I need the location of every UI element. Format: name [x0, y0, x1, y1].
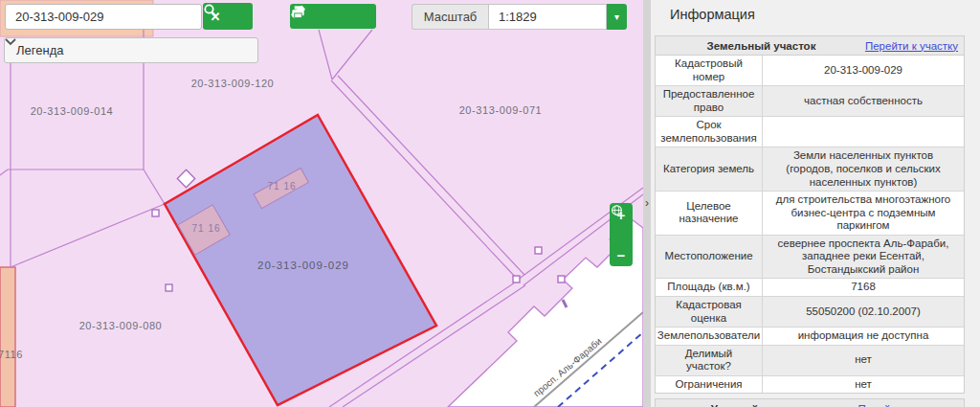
map-toolbar: [290, 4, 376, 29]
info-table: Земельный участокПерейти к участкуКадаст…: [655, 35, 965, 407]
section-title: Учетный квартал: [661, 403, 854, 407]
section-title: Земельный участок: [661, 40, 861, 52]
info-row: Категория земельЗемли населенных пунктов…: [656, 147, 964, 192]
section-link[interactable]: Перейти к участку: [865, 40, 958, 52]
row-value: Земли населенных пунктов (городов, посел…: [763, 147, 964, 191]
row-value: для строительства многоэтажного бизнес-ц…: [763, 192, 964, 235]
row-label: Срок землепользования: [656, 117, 763, 147]
map-zoom-control: + −: [610, 203, 633, 266]
row-value: 20-313-009-029: [763, 56, 964, 85]
info-section: Земельный участокПерейти к участкуКадаст…: [655, 35, 965, 394]
printer-icon: [290, 4, 306, 20]
zoom-out-button[interactable]: −: [610, 246, 633, 263]
info-row: Кадастровый номер20-313-009-029: [656, 56, 964, 86]
search-button[interactable]: [228, 3, 253, 30]
cadastral-map-app: 20-313-009-014 20-313-009-120 20-313-009…: [0, 0, 980, 407]
parcel-salmon-leftstrip[interactable]: [0, 267, 15, 407]
row-value: [763, 117, 964, 147]
info-section: Учетный кварталПерейти к кварталуНаимено…: [655, 398, 965, 407]
row-value: нет: [763, 376, 964, 394]
search-button-group: ✕: [203, 3, 253, 30]
panel-collapse-handle[interactable]: ›: [643, 0, 651, 407]
legend-dropdown[interactable]: Легенда: [4, 37, 258, 63]
row-value: 7168: [763, 279, 964, 296]
caret-down-icon: ▾: [614, 11, 619, 22]
row-value: информация не доступна: [763, 328, 964, 345]
section-link[interactable]: Перейти к кварталу: [858, 403, 958, 407]
row-value: 55050200 (02.10.2007): [763, 297, 964, 327]
info-row: Кадастровая оценка55050200 (02.10.2007): [656, 297, 964, 328]
chevron-right-icon: ›: [643, 196, 651, 210]
info-row: Ограничениянет: [656, 376, 964, 394]
info-row: Делимый участок?нет: [656, 346, 964, 376]
map-canvas[interactable]: 20-313-009-014 20-313-009-120 20-313-009…: [0, 0, 643, 407]
info-row: Землепользователиинформация не доступна: [656, 328, 964, 346]
search-icon: [203, 3, 218, 18]
info-row: Площадь (кв.м.)7168: [656, 279, 964, 297]
globe-icon: [610, 203, 624, 217]
scale-dropdown-button[interactable]: ▾: [607, 4, 627, 30]
scale-control: Масштаб 1:1829 ▾: [412, 4, 627, 30]
section-header: Учетный кварталПерейти к кварталу: [656, 399, 964, 407]
row-label: Кадастровый номер: [656, 56, 763, 85]
chevron-down-icon: [5, 38, 16, 46]
info-row: Местоположениесевернее проспекта Аль-Фар…: [656, 236, 964, 280]
info-row: Целевое назначениедля строительства мног…: [656, 192, 964, 236]
info-row: Срок землепользования: [656, 117, 964, 147]
row-label: Землепользователи: [656, 328, 763, 345]
row-label: Делимый участок?: [656, 346, 763, 375]
search-input[interactable]: [5, 4, 202, 30]
legend-label: Легенда: [16, 43, 63, 57]
panel-title: Информация: [670, 7, 755, 22]
row-label: Предоставленное право: [656, 86, 763, 116]
scale-label: Масштаб: [412, 4, 488, 30]
draw-button[interactable]: [321, 4, 345, 29]
row-value: севернее проспекта Аль-Фараби, западнее …: [763, 236, 964, 279]
info-row: Предоставленное правочастная собственнос…: [656, 86, 964, 117]
row-label: Целевое назначение: [656, 192, 763, 235]
row-label: Кадастровая оценка: [656, 297, 763, 327]
row-value: нет: [763, 346, 964, 375]
globe-button[interactable]: [610, 226, 633, 243]
scale-value[interactable]: 1:1829: [488, 4, 607, 30]
info-panel: Информация Земельный участокПерейти к уч…: [651, 0, 980, 407]
row-label: Ограничения: [656, 376, 763, 394]
section-header: Земельный участокПерейти к участку: [656, 36, 964, 56]
row-label: Категория земель: [656, 147, 763, 191]
row-label: Местоположение: [656, 236, 763, 279]
row-label: Площадь (кв.м.): [656, 279, 763, 296]
row-value: частная собственность: [763, 86, 964, 116]
print-button[interactable]: [349, 4, 374, 29]
